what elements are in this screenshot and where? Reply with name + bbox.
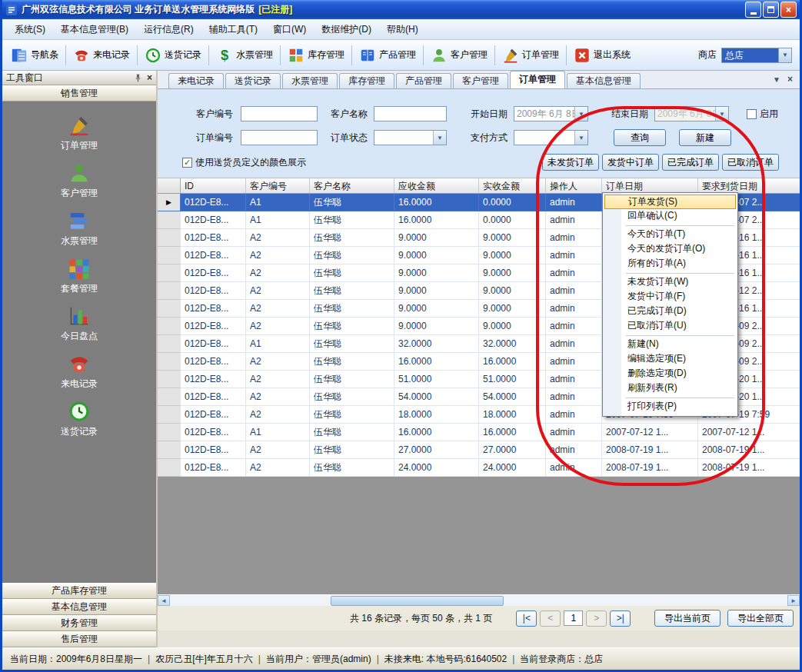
tab-overflow-chevron-down-icon[interactable]: ▼	[773, 75, 780, 84]
table-row[interactable]: 012D-E8...A1伍华聪16.000016.0000admin2007-0…	[158, 424, 800, 441]
column-header-4[interactable]: 实收金额	[479, 178, 546, 193]
row-selector[interactable]	[158, 353, 181, 371]
filter-button-shipping[interactable]: 发货中订单	[602, 154, 659, 171]
column-header-3[interactable]: 应收金额	[394, 178, 479, 193]
row-selector[interactable]	[158, 441, 181, 459]
export-current-page-button[interactable]: 导出当前页	[654, 610, 720, 627]
sidebar-section-product-inventory[interactable]: 产品库存管理	[2, 583, 156, 599]
context-menu-item-0[interactable]: 订单发货(S)	[604, 195, 736, 209]
row-selector[interactable]	[158, 388, 181, 406]
tab-customer[interactable]: 客户管理	[453, 73, 508, 88]
menu-item-basic-info[interactable]: 基本信息管理(B)	[53, 19, 136, 40]
row-selector[interactable]	[158, 424, 181, 441]
row-selector[interactable]	[158, 300, 181, 318]
menu-item-system[interactable]: 系统(S)	[7, 19, 53, 40]
row-selector[interactable]	[158, 371, 181, 388]
menu-item-window[interactable]: 窗口(W)	[265, 19, 314, 40]
context-menu-item-12[interactable]: 新建(N)	[604, 338, 736, 352]
row-selector[interactable]	[158, 282, 181, 300]
toolbar-button-phone[interactable]: 来电记录	[68, 44, 135, 67]
start-date-picker[interactable]: 2009年 6月 8日 ▼	[514, 106, 588, 121]
pay-method-select[interactable]: ▼	[514, 130, 588, 145]
scroll-right-icon[interactable]: ►	[787, 595, 800, 606]
row-selector[interactable]	[158, 318, 181, 335]
filter-button-not-shipped[interactable]: 未发货订单	[542, 154, 599, 171]
context-menu-item-10[interactable]: 已取消订单(U)	[604, 319, 736, 334]
menu-item-help[interactable]: 帮助(H)	[379, 19, 426, 40]
menu-item-tools[interactable]: 辅助工具(T)	[201, 19, 265, 40]
table-row[interactable]: 012D-E8...A2伍华聪24.000024.0000admin2008-0…	[158, 459, 800, 477]
toolbar-button-inventory[interactable]: 库存管理	[282, 44, 350, 67]
tab-basic-info[interactable]: 基本信息管理	[567, 73, 641, 88]
next-page-button[interactable]: >	[586, 610, 607, 627]
column-header-2[interactable]: 客户名称	[310, 178, 394, 193]
delivery-color-checkbox[interactable]: ✓ 使用送货员定义的颜色展示	[182, 156, 306, 169]
customer-name-input[interactable]	[374, 106, 447, 121]
last-page-button[interactable]: >|	[610, 610, 631, 627]
toolbar-button-navigator[interactable]: 导航条	[5, 44, 64, 67]
toolbar-button-order[interactable]: 订单管理	[497, 44, 564, 67]
sidebar-item-phone[interactable]: 来电记录	[2, 348, 156, 395]
table-row[interactable]: 012D-E8...A2伍华聪27.000027.0000admin2008-0…	[158, 441, 800, 459]
toolbar-button-product[interactable]: 产品管理	[354, 44, 421, 67]
tab-inventory[interactable]: 库存管理	[339, 73, 394, 88]
sidebar-section-sales[interactable]: 销售管理	[2, 85, 156, 101]
sidebar-item-chart[interactable]: 今日盘点	[2, 300, 156, 348]
filter-button-cancelled[interactable]: 已取消订单	[722, 154, 779, 171]
scroll-left-icon[interactable]: ◄	[158, 595, 170, 606]
sidebar-item-clock[interactable]: 送货记录	[2, 395, 156, 443]
tab-product[interactable]: 产品管理	[396, 73, 451, 88]
row-selector[interactable]	[158, 211, 181, 229]
tab-call-log[interactable]: 来电记录	[168, 73, 224, 88]
store-select[interactable]: 总店 ▼	[721, 48, 792, 63]
row-selector[interactable]	[158, 335, 181, 353]
column-header-0[interactable]: ID	[181, 178, 246, 193]
column-header-7[interactable]: 要求到货日期	[698, 178, 800, 193]
customer-no-input[interactable]	[241, 106, 318, 121]
context-menu-item-1[interactable]: 回单确认(C)	[604, 209, 736, 224]
column-header-6[interactable]: 订单日期	[602, 178, 698, 193]
chevron-down-icon[interactable]: ▼	[778, 48, 791, 62]
row-selector[interactable]	[158, 264, 181, 282]
filter-button-completed[interactable]: 已完成订单	[662, 154, 719, 171]
toolbar-button-dollar[interactable]: $水票管理	[211, 44, 278, 67]
new-button[interactable]: 新建	[679, 129, 731, 146]
horizontal-scrollbar[interactable]: ◄ ►	[158, 594, 800, 606]
context-menu-item-4[interactable]: 今天的发货订单(O)	[604, 242, 736, 257]
row-selector[interactable]	[158, 459, 181, 477]
sidebar-item-order[interactable]: 订单管理	[2, 109, 156, 157]
tab-ticket[interactable]: 水票管理	[282, 73, 338, 88]
row-selector[interactable]: ▶	[158, 194, 181, 211]
sidebar-section-after-sales[interactable]: 售后管理	[2, 631, 156, 647]
close-button[interactable]: ×	[780, 2, 797, 18]
checkbox-box[interactable]	[747, 109, 757, 119]
context-menu-item-8[interactable]: 发货中订单(F)	[604, 290, 736, 304]
column-header-5[interactable]: 操作人	[546, 178, 602, 193]
page-number-box[interactable]: 1	[564, 610, 583, 626]
menu-item-runtime-info[interactable]: 运行信息(R)	[136, 19, 201, 40]
column-header-1[interactable]: 客户编号	[246, 178, 310, 193]
sidebar-item-package[interactable]: 套餐管理	[2, 252, 156, 300]
first-page-button[interactable]: |<	[516, 610, 537, 627]
context-menu-item-7[interactable]: 未发货订单(W)	[604, 275, 736, 290]
sidebar-section-finance[interactable]: 财务管理	[2, 615, 156, 631]
context-menu-item-17[interactable]: 打印列表(P)	[604, 400, 736, 414]
order-status-select[interactable]: ▼	[374, 130, 447, 145]
chevron-down-icon[interactable]: ▼	[433, 131, 446, 145]
checkbox-checked-box[interactable]: ✓	[182, 158, 192, 168]
close-icon[interactable]: ×	[147, 72, 152, 83]
pin-icon[interactable]	[133, 73, 143, 83]
chevron-down-icon[interactable]: ▼	[574, 107, 587, 121]
context-menu-item-15[interactable]: 刷新列表(R)	[604, 381, 736, 396]
toolbar-button-customer[interactable]: 客户管理	[425, 44, 493, 67]
minimize-button[interactable]	[745, 2, 761, 18]
row-selector[interactable]	[158, 406, 181, 424]
context-menu-item-14[interactable]: 删除选定项(D)	[604, 367, 736, 381]
context-menu-item-5[interactable]: 所有的订单(A)	[604, 257, 736, 271]
query-button[interactable]: 查询	[614, 129, 666, 146]
row-selector[interactable]	[158, 229, 181, 247]
context-menu-item-3[interactable]: 今天的订单(T)	[604, 228, 736, 242]
order-no-input[interactable]	[241, 130, 318, 145]
menu-item-data-maintenance[interactable]: 数据维护(D)	[314, 19, 379, 40]
tab-close-icon[interactable]: ×	[787, 74, 793, 85]
